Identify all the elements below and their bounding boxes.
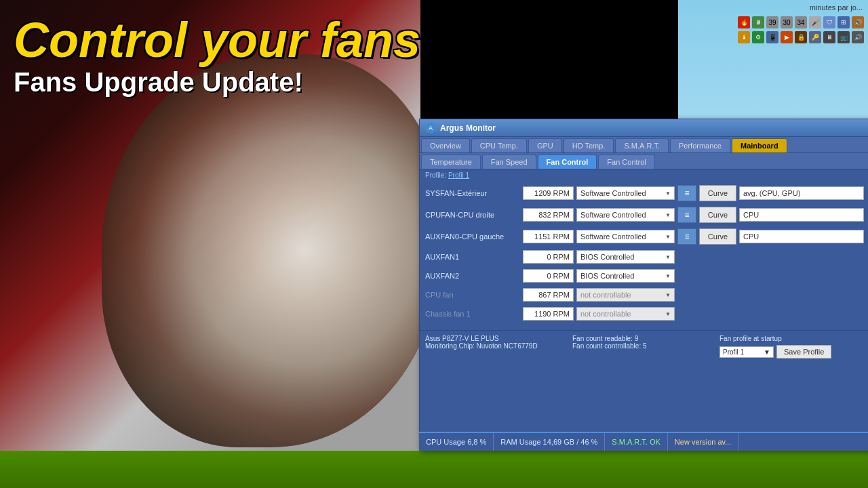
settings-btn-sysfan[interactable]: ≡ bbox=[677, 185, 696, 201]
fan-control-auxfan1[interactable]: BIOS Controlled ▼ bbox=[576, 250, 675, 264]
fan-count-controllable: Fan count controllable: 5 bbox=[572, 342, 717, 350]
fan-control-auxfan2[interactable]: BIOS Controlled ▼ bbox=[576, 269, 675, 283]
tray-icon-brown: 🔒 bbox=[795, 31, 807, 43]
title-bar: A Argus Monitor bbox=[420, 119, 868, 137]
info-grid: Asus P8Z77-V LE PLUS Monitoring Chip: Nu… bbox=[425, 335, 864, 359]
tab-fan-speed[interactable]: Fan Speed bbox=[482, 155, 536, 169]
tab-performance[interactable]: Performance bbox=[670, 138, 730, 152]
fan-name-auxfan1: AUXFAN1 bbox=[425, 253, 520, 261]
tray-icon-display2: 📺 bbox=[837, 31, 850, 43]
fan-rpm-sysfan: 1209 RPM bbox=[523, 186, 574, 200]
fan-control-cpufan-label: Software Controlled bbox=[580, 211, 646, 219]
fan-control-auxfan0[interactable]: Software Controlled ▼ bbox=[576, 230, 675, 243]
systray-icons-row2: 🌡 ⚙ 📱 ▶ 🔒 🔑 🖥 📺 🔊 bbox=[678, 30, 868, 45]
tray-num3: 34 bbox=[795, 16, 807, 28]
curve-btn-sysfan[interactable]: Curve bbox=[699, 185, 736, 201]
main-title: Control your fans bbox=[14, 14, 420, 67]
fan-count-readable: Fan count readable: 9 bbox=[572, 335, 717, 342]
board-info-col: Asus P8Z77-V LE PLUS Monitoring Chip: Nu… bbox=[425, 335, 570, 350]
bottom-green-bar bbox=[0, 451, 868, 488]
tray-icon-shield: 🛡 bbox=[823, 16, 835, 28]
fan-control-auxfan1-label: BIOS Controlled bbox=[580, 253, 634, 261]
fan-image bbox=[102, 54, 420, 447]
fan-name-sysfan: SYSFAN-Extérieur bbox=[425, 189, 520, 197]
fan-row-auxfan1: AUXFAN1 0 RPM BIOS Controlled ▼ bbox=[425, 250, 864, 264]
dropdown-arrow-cpufan-nb: ▼ bbox=[665, 292, 671, 298]
bottom-info: Asus P8Z77-V LE PLUS Monitoring Chip: Nu… bbox=[420, 330, 868, 363]
source-cpufan: CPU bbox=[739, 208, 864, 222]
tray-icon-win: ⊞ bbox=[837, 16, 850, 28]
smart-status: S.M.A.R.T. OK bbox=[605, 433, 668, 451]
fan-control-cpufan-nb-label: not controllable bbox=[580, 291, 631, 299]
curve-btn-cpufan[interactable]: Curve bbox=[699, 207, 736, 223]
tray-icon-vol: 🔊 bbox=[852, 16, 864, 28]
tray-icon-speaker: 🔊 bbox=[852, 31, 864, 43]
fan-rpm-auxfan0: 1151 RPM bbox=[523, 230, 574, 243]
fan-control-chassis1: not controllable ▼ bbox=[576, 307, 675, 321]
tab-hd-temp[interactable]: HD Temp. bbox=[564, 138, 614, 152]
content-area: SYSFAN-Extérieur 1209 RPM Software Contr… bbox=[420, 181, 868, 330]
tray-icon-key: 🔑 bbox=[809, 31, 821, 43]
fan-row-sysfan: SYSFAN-Extérieur 1209 RPM Software Contr… bbox=[425, 185, 864, 201]
fan-rpm-auxfan1: 0 RPM bbox=[523, 250, 574, 264]
fan-control-sysfan[interactable]: Software Controlled ▼ bbox=[576, 186, 675, 200]
monitoring-chip: Monitoring Chip: Nuvoton NCT6779D bbox=[425, 342, 570, 350]
profile-link[interactable]: Profil 1 bbox=[448, 171, 469, 179]
fan-rpm-cpufan: 832 RPM bbox=[523, 208, 574, 222]
fan-control-sysfan-label: Software Controlled bbox=[580, 189, 646, 197]
tab-smart[interactable]: S.M.A.R.T. bbox=[615, 138, 669, 152]
tab-row-2: Temperature Fan Speed Fan Control Fan Co… bbox=[420, 153, 868, 169]
profile-dropdown-arrow: ▼ bbox=[764, 348, 770, 356]
profile-bar: Profile: Profil 1 bbox=[420, 169, 868, 181]
tab-row-1: Overview CPU Temp. GPU HD Temp. S.M.A.R.… bbox=[420, 137, 868, 153]
settings-btn-auxfan0[interactable]: ≡ bbox=[677, 228, 696, 245]
tray-icon-argus: 🌡 bbox=[738, 31, 750, 43]
profile-dropdown[interactable]: Profil 1 ▼ bbox=[719, 346, 774, 358]
fan-name-cpufan-nb: CPU fan bbox=[425, 291, 520, 299]
tab-fan-control-1[interactable]: Fan Control bbox=[538, 155, 597, 169]
tab-temperature[interactable]: Temperature bbox=[421, 155, 481, 169]
sub-title: Fans Upgrade Update! bbox=[14, 67, 420, 98]
profile-select-row: Profil 1 ▼ Save Profile bbox=[719, 345, 864, 359]
tray-icon-mic: 🎤 bbox=[809, 16, 821, 28]
tab-gpu[interactable]: GPU bbox=[528, 138, 562, 152]
fan-rpm-cpufan-nb: 867 RPM bbox=[523, 288, 574, 302]
fan-control-chassis1-label: not controllable bbox=[580, 310, 631, 318]
fan-name-chassis1: Chassis fan 1 bbox=[425, 310, 520, 318]
systray-icons-row1: 🔥 🖥 39 30 34 🎤 🛡 ⊞ 🔊 bbox=[678, 15, 868, 30]
curve-btn-auxfan0[interactable]: Curve bbox=[699, 228, 736, 245]
dropdown-arrow-auxfan2: ▼ bbox=[665, 273, 671, 279]
fan-name-auxfan0: AUXFAN0-CPU gauche bbox=[425, 232, 520, 241]
tray-num1: 39 bbox=[766, 16, 778, 28]
status-bar: CPU Usage 6,8 % RAM Usage 14,69 GB / 46 … bbox=[419, 432, 868, 451]
tab-overview[interactable]: Overview bbox=[421, 138, 470, 152]
dropdown-arrow-auxfan1: ▼ bbox=[665, 254, 671, 260]
save-profile-button[interactable]: Save Profile bbox=[776, 345, 831, 359]
tray-icon-phone: 📱 bbox=[766, 31, 778, 43]
settings-btn-cpufan[interactable]: ≡ bbox=[677, 207, 696, 223]
fan-control-cpufan-nb: not controllable ▼ bbox=[576, 288, 675, 302]
fan-rpm-auxfan2: 0 RPM bbox=[523, 269, 574, 283]
profile-col: Fan profile at startup Profil 1 ▼ Save P… bbox=[719, 335, 864, 359]
tray-icon-monitor: 🖥 bbox=[752, 16, 764, 28]
fan-name-cpufan: CPUFAN-CPU droite bbox=[425, 211, 520, 219]
fan-control-auxfan2-label: BIOS Controlled bbox=[580, 272, 634, 280]
title-overlay: Control your fans Fans Upgrade Update! bbox=[14, 14, 420, 98]
ram-usage-status: RAM Usage 14,69 GB / 46 % bbox=[494, 433, 605, 451]
argus-icon: A bbox=[425, 123, 436, 134]
window-title: Argus Monitor bbox=[440, 123, 496, 133]
fan-control-cpufan[interactable]: Software Controlled ▼ bbox=[576, 208, 675, 222]
source-auxfan0: CPU bbox=[739, 230, 864, 243]
fan-count-col: Fan count readable: 9 Fan count controll… bbox=[572, 335, 717, 350]
tab-mainboard[interactable]: Mainboard bbox=[732, 138, 787, 152]
argus-window: A Argus Monitor Overview CPU Temp. GPU H… bbox=[419, 119, 868, 451]
fan-row-chassis1: Chassis fan 1 1190 RPM not controllable … bbox=[425, 307, 864, 321]
systray-text: minutes par jo... bbox=[678, 0, 868, 15]
tray-icon-green: ⚙ bbox=[752, 31, 764, 43]
tray-icon-flame: 🔥 bbox=[738, 16, 750, 28]
tab-fan-control-2[interactable]: Fan Control bbox=[598, 155, 654, 169]
tray-icon-display: 🖥 bbox=[823, 31, 835, 43]
tray-icon-orange: ▶ bbox=[781, 31, 793, 43]
fan-name-auxfan2: AUXFAN2 bbox=[425, 272, 520, 280]
tab-cpu-temp[interactable]: CPU Temp. bbox=[471, 138, 527, 152]
